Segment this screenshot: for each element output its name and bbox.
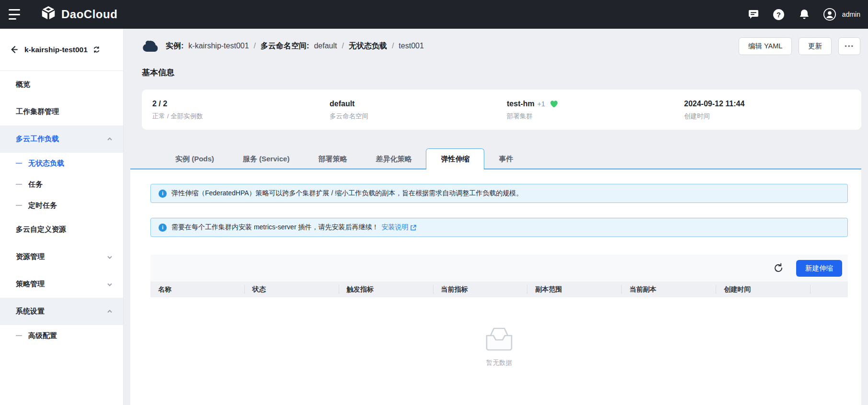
col-replica-range: 副本范围 <box>527 285 622 294</box>
side-nav: 概览 工作集群管理 多云工作负载 无状态负载 任务 定时任务 多云自定义资源 资… <box>0 71 123 346</box>
tab-events[interactable]: 事件 <box>484 148 527 169</box>
empty-state: 暂无数据 <box>150 324 848 367</box>
breadcrumb-namespace-label: 多云命名空间: <box>261 41 309 51</box>
chevron-down-icon <box>107 281 113 287</box>
hpa-table: 新建伸缩 名称 状态 触发指标 当前指标 副本范围 当前副本 创建时间 <box>150 255 848 367</box>
notifications-bell-icon[interactable] <box>798 8 811 21</box>
basic-info-card: 2 / 2 正常 / 全部实例数 default 多云命名空间 test-hm … <box>142 90 861 130</box>
sidebar: k-kairship-test001 概览 工作集群管理 多云工作负载 无状态负… <box>0 29 124 405</box>
dash-icon <box>16 335 22 336</box>
topbar: DaoCloud ? admin <box>0 0 868 29</box>
tab-deploy-policy[interactable]: 部署策略 <box>304 148 361 169</box>
svg-text:?: ? <box>777 11 781 18</box>
sidebar-item-stateless-workloads[interactable]: 无状态负载 <box>0 153 123 174</box>
user-avatar-icon[interactable] <box>823 8 836 21</box>
empty-text: 暂无数据 <box>486 359 512 367</box>
detail-tabs: 实例 (Pods) 服务 (Service) 部署策略 差异化策略 弹性伸缩 事… <box>161 148 861 169</box>
main-content: 实例: k-kairship-test001 / 多云命名空间: default… <box>124 29 868 405</box>
dash-icon <box>16 205 22 206</box>
chevron-down-icon <box>107 254 113 260</box>
sidebar-item-jobs[interactable]: 任务 <box>0 174 123 195</box>
tab-override-policy[interactable]: 差异化策略 <box>361 148 426 169</box>
sidebar-item-multicloud-workloads[interactable]: 多云工作负载 <box>0 125 123 153</box>
create-hpa-button[interactable]: 新建伸缩 <box>796 260 842 277</box>
stat-created: 2024-09-12 11:44 创建时间 <box>684 100 861 121</box>
chevron-up-icon <box>107 309 113 315</box>
breadcrumb-namespace[interactable]: default <box>314 42 337 50</box>
cluster-count-badge: +1 <box>537 100 545 108</box>
cloud-icon <box>142 40 159 52</box>
help-icon[interactable]: ? <box>773 8 785 21</box>
stat-namespace: default 多云命名空间 <box>330 100 507 121</box>
more-actions-button[interactable]: ••• <box>838 37 860 55</box>
hpa-info-alert: i 弹性伸缩（FederatedHPA）策略可以跨多个集群扩展 / 缩小工作负载… <box>150 184 848 203</box>
stat-instances: 2 / 2 正常 / 全部实例数 <box>152 100 330 121</box>
sidebar-item-overview[interactable]: 概览 <box>0 71 123 98</box>
update-button[interactable]: 更新 <box>799 37 832 55</box>
col-trigger-metric: 触发指标 <box>339 285 434 294</box>
breadcrumb-kind[interactable]: 无状态负载 <box>349 41 387 51</box>
breadcrumb-current: test001 <box>399 42 423 50</box>
refresh-button[interactable] <box>771 261 786 275</box>
sidebar-item-policy-management[interactable]: 策略管理 <box>0 270 123 298</box>
breadcrumb: 实例: k-kairship-test001 / 多云命名空间: default… <box>142 40 424 52</box>
metrics-server-alert: i 需要在每个工作集群内安装 metrics-server 插件，请先安装后再继… <box>150 218 848 237</box>
col-current-replicas: 当前副本 <box>622 285 716 294</box>
install-guide-link[interactable]: 安装说明 <box>381 223 416 232</box>
sidebar-item-cronjobs[interactable]: 定时任务 <box>0 195 123 216</box>
table-header: 名称 状态 触发指标 当前指标 副本范围 当前副本 创建时间 <box>150 281 848 297</box>
empty-inbox-icon <box>480 324 518 354</box>
tab-service[interactable]: 服务 (Service) <box>228 148 304 169</box>
daocloud-logo-icon <box>40 5 57 23</box>
col-created-at: 创建时间 <box>716 285 811 294</box>
tab-pods[interactable]: 实例 (Pods) <box>161 148 228 169</box>
col-name: 名称 <box>150 285 245 294</box>
brand-name: DaoCloud <box>61 8 117 21</box>
dash-icon <box>16 184 22 185</box>
chevron-up-icon <box>107 136 113 142</box>
breadcrumb-entity-label: 实例: <box>166 41 183 51</box>
brand: DaoCloud <box>40 5 117 23</box>
sidebar-item-system-settings[interactable]: 系统设置 <box>0 298 123 325</box>
col-status: 状态 <box>245 285 339 294</box>
info-icon: i <box>159 224 167 232</box>
message-icon[interactable] <box>747 8 760 21</box>
sidebar-item-resource-management[interactable]: 资源管理 <box>0 243 123 270</box>
menu-toggle-icon[interactable] <box>9 9 22 20</box>
switch-cluster-icon[interactable] <box>92 45 101 54</box>
info-icon: i <box>159 190 167 198</box>
tab-autoscaling[interactable]: 弹性伸缩 <box>426 148 484 169</box>
basic-info-title: 基本信息 <box>142 67 861 78</box>
col-actions <box>811 285 848 294</box>
external-link-icon <box>410 225 416 231</box>
breadcrumb-entity[interactable]: k-kairship-test001 <box>188 42 249 50</box>
health-heart-icon <box>550 100 558 108</box>
edit-yaml-button[interactable]: 编辑 YAML <box>739 37 792 55</box>
stat-clusters: test-hm +1 部署集群 <box>507 100 684 121</box>
sidebar-item-custom-resources[interactable]: 多云自定义资源 <box>0 216 123 243</box>
col-current-metric: 当前指标 <box>434 285 528 294</box>
sidebar-item-worker-clusters[interactable]: 工作集群管理 <box>0 98 123 125</box>
username[interactable]: admin <box>842 11 860 18</box>
cluster-title: k-kairship-test001 <box>24 45 88 54</box>
back-button[interactable] <box>10 45 19 54</box>
autoscaling-panel: i 弹性伸缩（FederatedHPA）策略可以跨多个集群扩展 / 缩小工作负载… <box>130 169 861 405</box>
sidebar-item-advanced-config[interactable]: 高级配置 <box>0 325 123 346</box>
dash-icon <box>16 163 22 164</box>
